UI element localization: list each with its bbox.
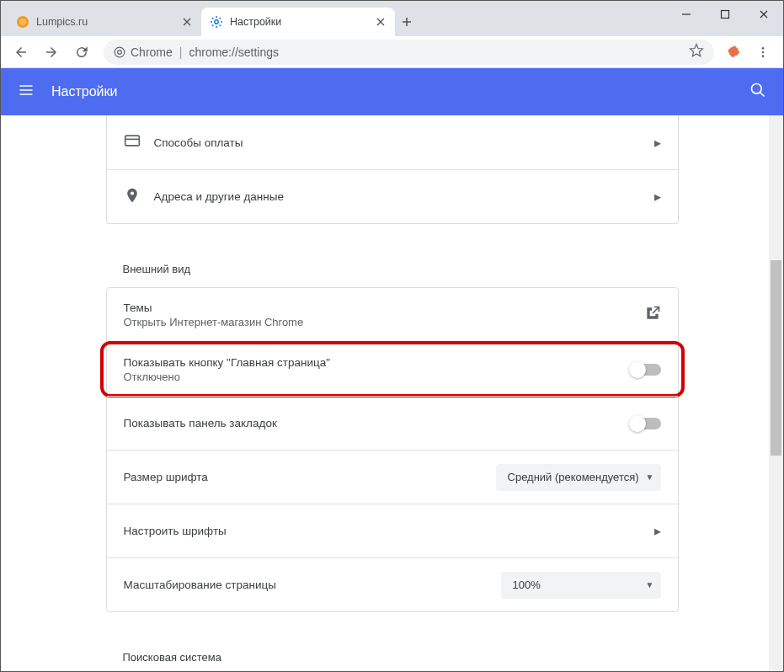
svg-rect-3 (722, 11, 729, 19)
menu-button[interactable] (749, 39, 776, 66)
svg-point-2 (215, 20, 218, 24)
svg-point-6 (762, 47, 765, 50)
svg-point-11 (130, 191, 133, 195)
svg-point-8 (762, 55, 765, 57)
extension-icon[interactable] (723, 40, 746, 64)
location-pin-icon (124, 187, 154, 207)
window-controls (667, 1, 783, 28)
scrollbar-track[interactable] (769, 115, 783, 671)
close-button[interactable] (744, 1, 783, 28)
page-zoom-select[interactable]: 100% ▼ (501, 572, 661, 599)
row-label: Адреса и другие данные (154, 190, 654, 203)
addr-origin-label: Chrome (131, 45, 173, 59)
chevron-right-icon: ▸ (654, 135, 661, 151)
row-label: Темы (124, 301, 644, 314)
svg-point-1 (19, 19, 26, 25)
row-label: Способы оплаты (154, 136, 654, 149)
section-title-appearance: Внешний вид (106, 244, 679, 287)
row-label: Настроить шрифты (124, 525, 654, 537)
select-value: 100% (513, 579, 639, 591)
hamburger-icon[interactable] (18, 82, 35, 102)
addr-url: chrome://settings (189, 45, 279, 59)
maximize-button[interactable] (706, 1, 744, 28)
tab-settings[interactable]: Настройки (201, 8, 395, 36)
page-title: Настройки (51, 84, 749, 99)
bookmark-star-icon[interactable] (689, 43, 704, 61)
settings-header: Настройки (1, 68, 783, 115)
content-scroll[interactable]: Способы оплаты ▸ Адреса и другие данные … (1, 115, 783, 671)
window-titlebar: Lumpics.ru Настройки (1, 1, 783, 36)
row-addresses[interactable]: Адреса и другие данные ▸ (107, 169, 678, 223)
tabs: Lumpics.ru Настройки (8, 8, 419, 36)
search-icon[interactable] (749, 82, 766, 102)
row-label: Показывать панель закладок (124, 417, 631, 429)
row-customize-fonts[interactable]: Настроить шрифты ▸ (107, 504, 678, 557)
row-sublabel: Открыть Интернет-магазин Chrome (124, 316, 644, 328)
browser-toolbar: Chrome | chrome://settings (1, 36, 783, 68)
row-themes[interactable]: Темы Открыть Интернет-магазин Chrome (107, 288, 678, 342)
select-value: Средний (рекомендуется) (508, 471, 639, 483)
row-page-zoom: Масштабирование страницы 100% ▼ (107, 557, 678, 611)
section-title-search: Поисковая система (106, 632, 679, 671)
credit-card-icon (124, 132, 154, 152)
svg-point-7 (762, 51, 765, 53)
row-font-size: Размер шрифта Средний (рекомендуется) ▼ (107, 450, 678, 504)
scrollbar-thumb[interactable] (771, 260, 781, 456)
back-button[interactable] (8, 39, 35, 66)
tab-lumpics[interactable]: Lumpics.ru (8, 8, 201, 36)
row-payment-methods[interactable]: Способы оплаты ▸ (107, 115, 678, 169)
row-bookmarks-bar[interactable]: Показывать панель закладок (107, 396, 678, 450)
lumpics-favicon (16, 15, 29, 29)
chevron-right-icon: ▸ (654, 189, 661, 205)
chevron-down-icon: ▼ (646, 580, 654, 589)
close-icon[interactable] (181, 16, 193, 28)
forward-button[interactable] (38, 39, 65, 66)
font-size-select[interactable]: Средний (рекомендуется) ▼ (496, 464, 661, 491)
svg-point-9 (752, 84, 762, 94)
reload-button[interactable] (68, 39, 95, 66)
row-label: Показывать кнопку "Главная страница" (124, 356, 631, 369)
svg-rect-10 (125, 136, 139, 146)
home-button-toggle[interactable] (631, 364, 661, 376)
addr-separator: | (179, 45, 183, 59)
external-link-icon (644, 305, 661, 325)
svg-point-5 (118, 50, 122, 54)
chevron-down-icon: ▼ (646, 472, 654, 482)
chrome-origin-chip: Chrome (114, 45, 173, 59)
row-home-button[interactable]: Показывать кнопку "Главная страница" Отк… (107, 342, 678, 396)
chevron-right-icon: ▸ (654, 523, 661, 539)
gear-icon (210, 15, 223, 29)
bookmarks-bar-toggle[interactable] (631, 418, 661, 429)
row-sublabel: Отключено (124, 371, 631, 383)
new-tab-button[interactable] (395, 8, 419, 36)
row-label: Масштабирование страницы (124, 579, 501, 591)
svg-point-4 (115, 47, 125, 57)
address-bar[interactable]: Chrome | chrome://settings (104, 40, 714, 65)
tab-title: Lumpics.ru (36, 16, 181, 28)
close-icon[interactable] (375, 16, 387, 28)
minimize-button[interactable] (667, 1, 706, 28)
tab-title: Настройки (230, 16, 375, 28)
appearance-card: Темы Открыть Интернет-магазин Chrome Пок… (106, 287, 679, 612)
content: Способы оплаты ▸ Адреса и другие данные … (106, 115, 679, 671)
row-label: Размер шрифта (124, 471, 496, 483)
autofill-card: Способы оплаты ▸ Адреса и другие данные … (106, 115, 679, 224)
